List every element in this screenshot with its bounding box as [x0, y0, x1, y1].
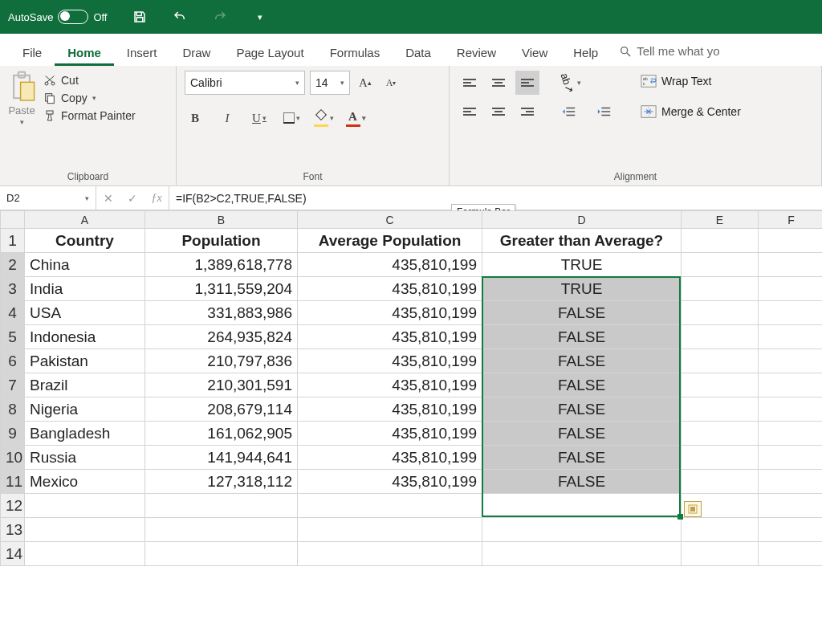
cell-F7[interactable] — [759, 373, 823, 397]
cell-F12[interactable] — [759, 494, 823, 518]
cell-C9[interactable]: 435,810,199 — [298, 422, 482, 446]
undo-icon[interactable] — [173, 10, 187, 24]
insert-function-button[interactable]: ƒx — [144, 192, 169, 205]
cell-C14[interactable] — [298, 542, 482, 566]
save-icon[interactable] — [132, 10, 147, 24]
cell-C2[interactable]: 435,810,199 — [298, 253, 482, 277]
cell-C7[interactable]: 435,810,199 — [298, 373, 482, 397]
cell-A10[interactable]: Russia — [25, 446, 145, 470]
increase-indent-button[interactable] — [591, 100, 618, 124]
cell-D9[interactable]: FALSE — [482, 422, 682, 446]
cell-D12[interactable] — [482, 494, 682, 518]
bold-button[interactable]: B — [185, 108, 206, 128]
cell-E5[interactable] — [682, 325, 759, 349]
cell-E7[interactable] — [682, 373, 759, 397]
cell-D11[interactable]: FALSE — [482, 470, 682, 494]
cell-C11[interactable]: 435,810,199 — [298, 470, 482, 494]
cell-D5[interactable]: FALSE — [482, 325, 682, 349]
cell-E4[interactable] — [682, 301, 759, 325]
cell-F11[interactable] — [759, 470, 823, 494]
align-right-button[interactable] — [515, 100, 539, 124]
row-header[interactable]: 1 — [1, 229, 25, 253]
merge-center-button[interactable]: Merge & Center — [641, 104, 741, 119]
cell-D2[interactable]: TRUE — [482, 253, 682, 277]
select-all-corner[interactable] — [1, 211, 25, 229]
row-header[interactable]: 12 — [1, 494, 25, 518]
cell-F8[interactable] — [759, 397, 823, 422]
borders-button[interactable] — [281, 108, 302, 128]
increase-font-size-button[interactable]: A▴ — [355, 72, 376, 93]
cell-C1[interactable]: Average Population — [298, 229, 482, 253]
cell-F10[interactable] — [759, 446, 823, 470]
autosave-toggle[interactable]: AutoSave Off — [8, 10, 107, 24]
cell-A4[interactable]: USA — [25, 301, 145, 325]
cell-B7[interactable]: 210,301,591 — [145, 373, 298, 397]
cancel-formula-button[interactable]: ✕ — [96, 192, 120, 205]
cell-A6[interactable]: Pakistan — [25, 349, 145, 373]
cell-E6[interactable] — [682, 349, 759, 373]
cell-A13[interactable] — [25, 518, 145, 542]
cell-D6[interactable]: FALSE — [482, 349, 682, 373]
cell-F6[interactable] — [759, 349, 823, 373]
cell-D13[interactable] — [482, 518, 682, 542]
cell-B11[interactable]: 127,318,112 — [145, 470, 298, 494]
row-header[interactable]: 11 — [1, 470, 25, 494]
cell-B6[interactable]: 210,797,836 — [145, 349, 298, 373]
cell-E2[interactable] — [682, 253, 759, 277]
cell-F1[interactable] — [759, 229, 823, 253]
cell-A3[interactable]: India — [25, 277, 145, 301]
row-header[interactable]: 6 — [1, 349, 25, 373]
row-header[interactable]: 2 — [1, 253, 25, 277]
font-color-button[interactable]: A — [345, 108, 366, 128]
tab-review[interactable]: Review — [444, 38, 509, 66]
cell-E10[interactable] — [682, 446, 759, 470]
cell-C8[interactable]: 435,810,199 — [298, 397, 482, 422]
paste-button[interactable]: Paste ▾ — [8, 71, 35, 126]
tab-draw[interactable]: Draw — [169, 38, 223, 66]
align-center-button[interactable] — [486, 100, 511, 124]
cut-button[interactable]: Cut — [43, 74, 136, 87]
cell-C10[interactable]: 435,810,199 — [298, 446, 482, 470]
tell-me-search[interactable]: Tell me what yo — [611, 36, 727, 66]
cell-E14[interactable] — [682, 542, 759, 566]
orientation-button[interactable]: ab↗▾ — [555, 71, 583, 95]
cell-A12[interactable] — [25, 494, 145, 518]
cell-D4[interactable]: FALSE — [482, 301, 682, 325]
cell-D7[interactable]: FALSE — [482, 373, 682, 397]
font-size-combo[interactable]: 14 ▾ — [310, 71, 350, 95]
tab-home[interactable]: Home — [55, 38, 114, 66]
cell-A7[interactable]: Brazil — [25, 373, 145, 397]
fill-color-button[interactable] — [313, 108, 334, 128]
tab-data[interactable]: Data — [393, 38, 444, 66]
cell-B3[interactable]: 1,311,559,204 — [145, 277, 298, 301]
decrease-indent-button[interactable] — [555, 100, 583, 124]
cell-B4[interactable]: 331,883,986 — [145, 301, 298, 325]
cell-C5[interactable]: 435,810,199 — [298, 325, 482, 349]
cell-A1[interactable]: Country — [25, 229, 145, 253]
tab-page-layout[interactable]: Page Layout — [223, 38, 316, 66]
cell-E1[interactable] — [682, 229, 759, 253]
col-header-D[interactable]: D — [482, 211, 682, 229]
cell-D3[interactable]: TRUE — [482, 277, 682, 301]
cell-F14[interactable] — [759, 542, 823, 566]
toggle-switch-icon[interactable] — [58, 10, 88, 24]
cell-A11[interactable]: Mexico — [25, 470, 145, 494]
wrap-text-button[interactable]: abc Wrap Text — [641, 74, 741, 88]
cell-D10[interactable]: FALSE — [482, 446, 682, 470]
enter-formula-button[interactable]: ✓ — [120, 192, 144, 205]
align-middle-button[interactable] — [486, 71, 511, 95]
italic-button[interactable]: I — [217, 108, 238, 128]
col-header-A[interactable]: A — [25, 211, 145, 229]
cell-F5[interactable] — [759, 325, 823, 349]
cell-B14[interactable] — [145, 542, 298, 566]
row-header[interactable]: 9 — [1, 422, 25, 446]
cell-C4[interactable]: 435,810,199 — [298, 301, 482, 325]
cell-A14[interactable] — [25, 542, 145, 566]
cell-E8[interactable] — [682, 397, 759, 422]
row-header[interactable]: 13 — [1, 518, 25, 542]
cell-F3[interactable] — [759, 277, 823, 301]
worksheet[interactable]: A B C D E F 1CountryPopulationAverage Po… — [0, 210, 822, 566]
align-top-button[interactable] — [458, 71, 482, 95]
decrease-font-size-button[interactable]: A▾ — [380, 72, 401, 93]
cell-B2[interactable]: 1,389,618,778 — [145, 253, 298, 277]
